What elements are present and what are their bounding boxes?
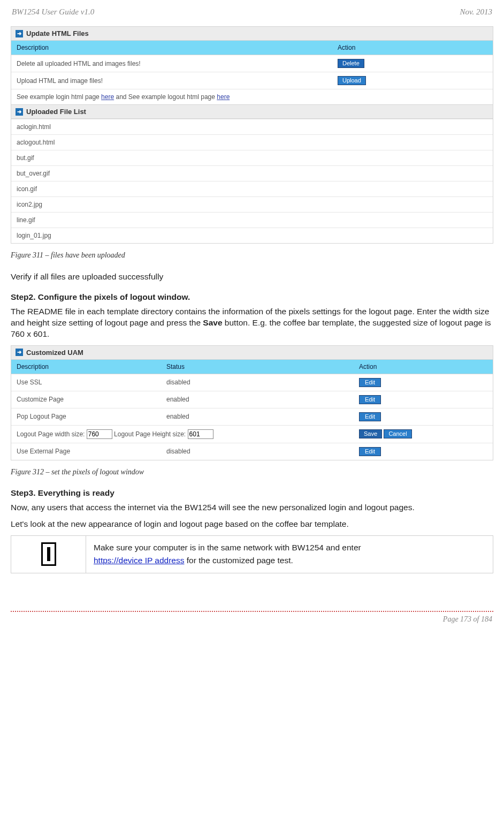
save-button[interactable]: Save — [359, 429, 382, 438]
col-description: Description — [11, 360, 161, 374]
table-row: Use External PagedisabledEdit — [11, 443, 493, 460]
example-logout-link[interactable]: here — [217, 93, 230, 101]
example-links-cell: See example login html page here and See… — [11, 89, 493, 105]
edit-button[interactable]: Edit — [359, 378, 381, 387]
table-row: Delete all uploaded HTML and images file… — [11, 55, 493, 72]
desc-cell: Pop Logout Page — [11, 408, 161, 425]
desc-cell: Customize Page — [11, 391, 161, 408]
panel-title: Customized UAM — [26, 349, 83, 357]
status-cell: enabled — [161, 391, 354, 408]
list-item: but_over.gif — [11, 166, 493, 181]
figure-caption: Figure 312 – set the pixels of logout wi… — [11, 468, 493, 476]
doc-title: BW1254 User Guide v1.0 — [12, 7, 94, 17]
list-item: line.gif — [11, 213, 493, 228]
file-name: icon2.jpg — [11, 197, 493, 213]
list-item: aclogout.html — [11, 135, 493, 150]
table-row: Logout Page width size: Logout Page Heig… — [11, 425, 493, 443]
panel-title: Update HTML Files — [26, 29, 89, 37]
figure-caption: Figure 311 – files have been uploaded — [11, 251, 493, 260]
step3-p2: Let's look at the new appearance of logi… — [11, 519, 493, 530]
height-input[interactable] — [188, 429, 213, 439]
uam-table: Description Status Action Use SSLdisable… — [11, 360, 493, 460]
info-text: Make sure your computer is in the same n… — [86, 536, 493, 573]
status-cell: disabled — [161, 374, 354, 391]
size-cell: Logout Page width size: Logout Page Heig… — [11, 425, 354, 443]
list-item: but.gif — [11, 150, 493, 166]
arrow-icon: ➜ — [16, 30, 23, 37]
arrow-icon: ➜ — [16, 108, 23, 116]
file-name: but.gif — [11, 150, 493, 166]
edit-button[interactable]: Edit — [359, 395, 381, 404]
update-table: Description Action Delete all uploaded H… — [11, 41, 493, 104]
doc-date: Nov. 2013 — [460, 7, 492, 17]
arrow-icon: ➜ — [16, 349, 23, 356]
upload-button[interactable]: Upload — [338, 76, 366, 85]
width-input[interactable] — [87, 429, 112, 439]
status-cell: disabled — [161, 443, 354, 460]
col-action: Action — [354, 360, 493, 374]
file-name: login_01.jpg — [11, 228, 493, 244]
file-list-title: Uploaded File List — [26, 108, 86, 116]
desc-cell: Upload HTML and image files! — [11, 72, 332, 89]
step2-heading: Step2. Configure the pixels of logout wi… — [11, 292, 493, 302]
table-row: See example login html page here and See… — [11, 89, 493, 105]
step2-body: The README file in each template directo… — [11, 306, 493, 340]
desc-cell: Use SSL — [11, 374, 161, 391]
table-row: Use SSLdisabledEdit — [11, 374, 493, 391]
list-item: icon2.jpg — [11, 197, 493, 213]
desc-cell: Use External Page — [11, 443, 161, 460]
device-ip-link[interactable]: https://device IP address — [94, 556, 184, 565]
col-action: Action — [332, 41, 493, 55]
table-row: Upload HTML and image files! Upload — [11, 72, 493, 89]
step3-heading: Step3. Everything is ready — [11, 488, 493, 498]
file-name: but_over.gif — [11, 166, 493, 181]
table-row: Customize PageenabledEdit — [11, 391, 493, 408]
file-name: line.gif — [11, 213, 493, 228]
verify-text: Verify if all files are uploaded success… — [11, 271, 493, 283]
col-status: Status — [161, 360, 354, 374]
page-footer: Page 173 of 184 — [11, 612, 493, 624]
panel-header: ➜ Update HTML Files — [11, 27, 493, 41]
status-cell: enabled — [161, 408, 354, 425]
col-description: Description — [11, 41, 332, 55]
desc-cell: Delete all uploaded HTML and images file… — [11, 55, 332, 72]
list-item: aclogin.html — [11, 119, 493, 135]
list-item: login_01.jpg — [11, 228, 493, 244]
update-html-panel: ➜ Update HTML Files Description Action D… — [11, 26, 493, 244]
customized-uam-panel: ➜ Customized UAM Description Status Acti… — [11, 345, 493, 460]
edit-button[interactable]: Edit — [359, 412, 381, 421]
info-icon-cell — [11, 536, 86, 573]
doc-header: BW1254 User Guide v1.0 Nov. 2013 — [11, 7, 493, 17]
file-list-table: aclogin.htmlaclogout.htmlbut.gifbut_over… — [11, 119, 493, 243]
info-box: Make sure your computer is in the same n… — [11, 535, 493, 574]
file-name: aclogin.html — [11, 119, 493, 135]
file-name: aclogout.html — [11, 135, 493, 150]
edit-button[interactable]: Edit — [359, 447, 381, 456]
panel-header: ➜ Customized UAM — [11, 346, 493, 360]
list-item: icon.gif — [11, 181, 493, 197]
example-login-link[interactable]: here — [101, 93, 114, 101]
file-list-header: ➜ Uploaded File List — [11, 104, 493, 119]
file-name: icon.gif — [11, 181, 493, 197]
cancel-button[interactable]: Cancel — [384, 429, 411, 438]
info-icon — [41, 542, 56, 566]
step3-p1: Now, any users that access the internet … — [11, 502, 493, 513]
delete-button[interactable]: Delete — [338, 59, 364, 68]
table-row: Pop Logout PageenabledEdit — [11, 408, 493, 425]
